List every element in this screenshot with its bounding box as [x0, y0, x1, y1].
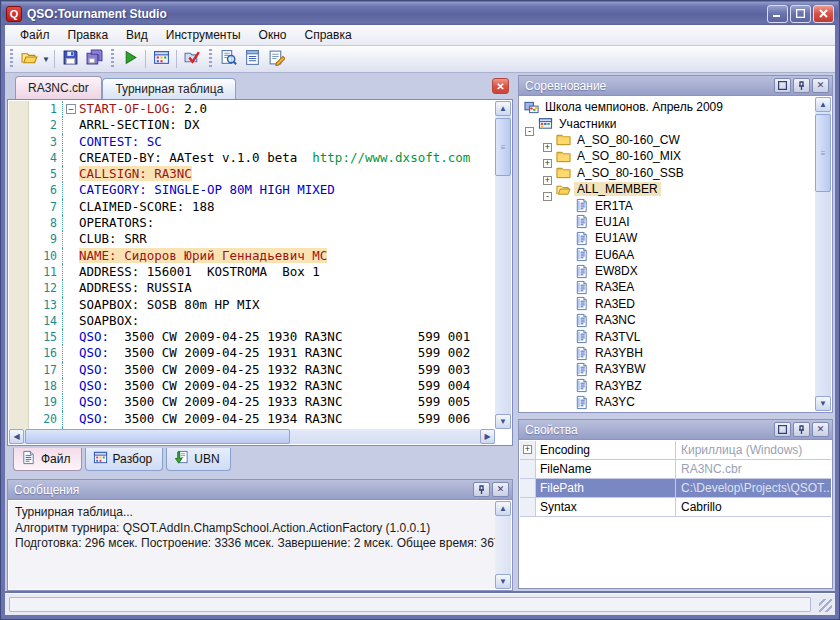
tree-item-ra3ybh[interactable]: RA3YBH: [520, 345, 815, 361]
tree-item-ra3ed[interactable]: RA3ED: [520, 296, 815, 312]
tree-item-ra3yc[interactable]: RA3YC: [520, 394, 815, 410]
menu-item-2[interactable]: Вид: [117, 26, 157, 44]
tree-item-ra3ybz[interactable]: RA3YBZ: [520, 378, 815, 394]
editor-line[interactable]: 16QSO: 3500 CW 2009-04-25 1931 RA3NC 599…: [9, 345, 495, 361]
property-row-encoding[interactable]: +EncodingКириллица (Windows): [520, 441, 831, 460]
tree-item-ew8dx[interactable]: EW8DX: [520, 263, 815, 279]
tree-scroll-thumb[interactable]: ≡: [815, 114, 831, 192]
property-row-filename[interactable]: FileNameRA3NC.cbr: [520, 460, 831, 479]
tree-item-all_member[interactable]: -ALL_MEMBER: [520, 181, 815, 197]
editor-line[interactable]: 1−START-OF-LOG: 2.0: [9, 101, 495, 117]
editor-line[interactable]: 18QSO: 3500 CW 2009-04-25 1932 RA3NC 599…: [9, 378, 495, 394]
scroll-down-icon[interactable]: ▼: [495, 414, 511, 429]
editor-line[interactable]: 5CALLSIGN: RA3NC: [9, 166, 495, 182]
tree-item-a_so_80-160_mix[interactable]: +A_SO_80-160_MIX: [520, 148, 815, 164]
report-button[interactable]: [240, 48, 264, 70]
editor-line[interactable]: 8OPERATORS:: [9, 215, 495, 231]
toolbar-grip[interactable]: [9, 49, 14, 69]
maximize-panel-icon[interactable]: [774, 78, 791, 93]
editor-line[interactable]: 2ARRL-SECTION: DX: [9, 117, 495, 133]
scroll-down-icon[interactable]: ▼: [815, 396, 831, 411]
editor-tab-0[interactable]: RA3NC.cbr: [15, 76, 102, 99]
scroll-down-icon[interactable]: ▼: [495, 574, 511, 589]
close-icon[interactable]: ✕: [492, 482, 509, 497]
editor-line[interactable]: 17QSO: 3500 CW 2009-04-25 1932 RA3NC 599…: [9, 362, 495, 378]
tree-item-0[interactable]: Школа чемпионов. Апрель 2009: [520, 99, 815, 115]
editor-tab-1[interactable]: Турнирная таблица: [102, 78, 236, 99]
editor-line[interactable]: 4CREATED-BY: AATest v.1.0 beta http://ww…: [9, 150, 495, 166]
tree-item-ra3ea[interactable]: RA3EA: [520, 279, 815, 295]
editor-line[interactable]: 9CLUB: SRR: [9, 231, 495, 247]
editor-line[interactable]: 6CATEGORY: SINGLE-OP 80M HIGH MIXED: [9, 182, 495, 198]
save-button[interactable]: [58, 48, 82, 70]
close-button[interactable]: [813, 5, 834, 23]
editor-vscroll-thumb[interactable]: ≡: [495, 118, 511, 176]
tree-item-a_so_80-160_ssb[interactable]: +A_SO_80-160_SSB: [520, 165, 815, 181]
editor-line[interactable]: 3CONTEST: SC: [9, 134, 495, 150]
tab-close-icon[interactable]: ✕: [492, 78, 509, 94]
tree-scrollbar[interactable]: ▲ ≡ ▼: [815, 97, 831, 411]
editor-line[interactable]: 12ADDRESS: RUSSIA: [9, 280, 495, 296]
messages-panel-header[interactable]: Сообщения ✕: [8, 480, 512, 500]
tree-item-1[interactable]: -Участники: [520, 115, 815, 131]
tree-item-eu1aw[interactable]: EU1AW: [520, 230, 815, 246]
editor-line[interactable]: 13SOAPBOX: SOSB 80m HP MIX: [9, 297, 495, 313]
tree-item-eu1ai[interactable]: EU1AI: [520, 214, 815, 230]
editor-line[interactable]: 19QSO: 3500 CW 2009-04-25 1933 RA3NC 599…: [9, 394, 495, 410]
view-tab-файл[interactable]: Файл: [13, 448, 82, 471]
property-value[interactable]: RA3NC.cbr: [676, 460, 831, 478]
toolbar-grip[interactable]: [110, 49, 115, 69]
expand-icon[interactable]: +: [520, 441, 536, 459]
fold-collapse-icon[interactable]: −: [66, 104, 76, 114]
editor-line[interactable]: 7CLAIMED-SCORE: 188: [9, 199, 495, 215]
scroll-right-icon[interactable]: ▶: [480, 429, 495, 444]
close-icon[interactable]: ✕: [812, 422, 829, 437]
messages-scrollbar[interactable]: ▲ ▼: [495, 501, 511, 589]
resize-grip-icon[interactable]: [819, 599, 832, 612]
property-value[interactable]: C:\Develop\Projects\QSOT....: [676, 479, 831, 497]
tournament-table-button[interactable]: [149, 48, 173, 70]
tree-item-a_so_80-160_cw[interactable]: +A_SO_80-160_CW: [520, 132, 815, 148]
menu-item-0[interactable]: Файл: [11, 26, 59, 44]
property-value[interactable]: Cabrillo: [676, 498, 831, 516]
property-row-filepath[interactable]: FilePathC:\Develop\Projects\QSOT....: [520, 479, 831, 498]
minimize-button[interactable]: [767, 5, 788, 23]
editor-horizontal-scrollbar[interactable]: ◀ ▶: [9, 429, 495, 444]
tree-item-er1ta[interactable]: ER1TA: [520, 197, 815, 213]
editor-line[interactable]: 20QSO: 3500 CW 2009-04-25 1934 RA3NC 599…: [9, 411, 495, 427]
editor-line[interactable]: 11ADDRESS: 156001 KOSTROMA Box 1: [9, 264, 495, 280]
scroll-up-icon[interactable]: ▲: [495, 101, 511, 116]
tree-item-ra3nc[interactable]: RA3NC: [520, 312, 815, 328]
menu-item-4[interactable]: Окно: [250, 26, 296, 44]
find-in-log-button[interactable]: [216, 48, 240, 70]
tree-item-ra3y[interactable]: RA3Y: [520, 410, 815, 411]
tree-item-ra3tvl[interactable]: RA3TVL: [520, 328, 815, 344]
toolbar-grip[interactable]: [208, 49, 213, 69]
tree-item-eu6aa[interactable]: EU6AA: [520, 247, 815, 263]
competition-panel-header[interactable]: Соревнование ✕: [519, 76, 832, 96]
check-log-button[interactable]: [180, 48, 204, 70]
menu-item-1[interactable]: Правка: [59, 26, 118, 44]
property-row-syntax[interactable]: SyntaxCabrillo: [520, 498, 831, 517]
scroll-left-icon[interactable]: ◀: [9, 429, 24, 444]
editor-line[interactable]: 15QSO: 3500 CW 2009-04-25 1930 RA3NC 599…: [9, 329, 495, 345]
pin-icon[interactable]: [473, 482, 490, 497]
maximize-panel-icon[interactable]: [774, 422, 791, 437]
scroll-up-icon[interactable]: ▲: [495, 501, 511, 516]
tree-item-ra3ybw[interactable]: RA3YBW: [520, 361, 815, 377]
run-button[interactable]: [118, 48, 142, 70]
editor-text-area[interactable]: 1−START-OF-LOG: 2.02ARRL-SECTION: DX3CON…: [9, 101, 495, 429]
editor-vertical-scrollbar[interactable]: ▲ ≡ ▼: [495, 101, 511, 429]
editor-line[interactable]: 10NAME: Сидоров Юрий Геннадьевич МС: [9, 248, 495, 264]
code-editor[interactable]: 1−START-OF-LOG: 2.02ARRL-SECTION: DX3CON…: [7, 99, 513, 446]
open-file-button[interactable]: [17, 48, 41, 70]
pin-icon[interactable]: [793, 78, 810, 93]
property-value[interactable]: Кириллица (Windows): [676, 441, 831, 459]
save-all-button[interactable]: [82, 48, 106, 70]
editor-line[interactable]: 14SOAPBOX:: [9, 313, 495, 329]
editor-hscroll-thumb[interactable]: [25, 429, 290, 444]
edit-properties-button[interactable]: [264, 48, 288, 70]
dropdown-arrow-icon[interactable]: ▼: [41, 48, 51, 70]
view-tab-ubn[interactable]: UBN: [166, 448, 230, 471]
maximize-button[interactable]: [790, 5, 811, 23]
